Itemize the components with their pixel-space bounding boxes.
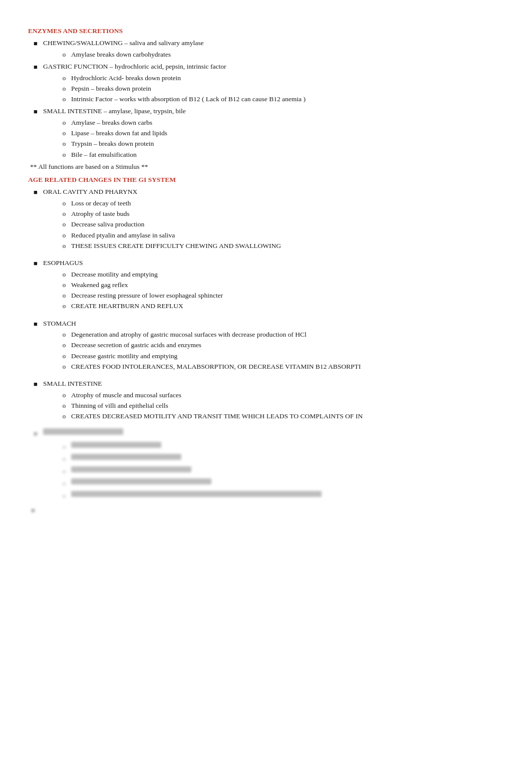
sub-bullet: o bbox=[57, 198, 71, 208]
list-item: o bbox=[57, 442, 504, 452]
oral-cavity-sublist: o Loss or decay of teeth o Atrophy of ta… bbox=[57, 198, 504, 251]
list-item: o Bile – fat emulsification bbox=[57, 150, 504, 160]
list-item: o CREATE HEARTBURN AND REFLUX bbox=[57, 301, 504, 311]
list-item: o Decrease gastric motility and emptying bbox=[57, 351, 504, 361]
sub-bullet: o bbox=[57, 351, 71, 361]
sub-bullet: o bbox=[57, 442, 71, 452]
list-item: o Intrinsic Factor – works with absorpti… bbox=[57, 94, 504, 104]
sie-sub-3: Bile – fat emulsification bbox=[71, 150, 504, 160]
sia-sub-2: CREATES DECREASED MOTILITY AND TRANSIT T… bbox=[71, 411, 504, 421]
stomach-label: STOMACH bbox=[43, 319, 504, 329]
sub-bullet: o bbox=[57, 280, 71, 290]
list-item: o Decrease saliva production bbox=[57, 219, 504, 229]
sie-sub-2: Trypsin – breaks down protein bbox=[71, 139, 504, 149]
list-item: o Reduced ptyalin and amylase in saliva bbox=[57, 230, 504, 240]
list-item: o Loss or decay of teeth bbox=[57, 198, 504, 208]
stomach-sub-0: Degeneration and atrophy of gastric muco… bbox=[71, 330, 504, 340]
sub-bullet: o bbox=[57, 270, 71, 280]
sub-bullet: o bbox=[57, 128, 71, 138]
sub-bullet: o bbox=[57, 84, 71, 94]
list-item: o Thinning of villi and epithelial cells bbox=[57, 401, 504, 411]
enzymes-heading: ENZYMES AND SECRETIONS bbox=[28, 26, 504, 36]
list-item: o Lipase – breaks down fat and lipids bbox=[57, 128, 504, 138]
stomach-sublist: o Degeneration and atrophy of gastric mu… bbox=[57, 330, 504, 372]
chewing-item: ■ CHEWING/SWALLOWING – saliva and saliva… bbox=[28, 38, 504, 60]
list-item: o bbox=[57, 466, 504, 476]
sub-bullet: o bbox=[57, 139, 71, 149]
sub-bullet: o bbox=[57, 466, 71, 476]
oral-sub-1: Atrophy of taste buds bbox=[71, 209, 504, 219]
sia-sub-1: Thinning of villi and epithelial cells bbox=[71, 401, 504, 411]
list-item: o Decrease motility and emptying bbox=[57, 270, 504, 280]
sub-bullet: o bbox=[57, 301, 71, 311]
oral-sub-2: Decrease saliva production bbox=[71, 219, 504, 229]
oral-cavity-item: ■ ORAL CAVITY AND PHARYNX o Loss or deca… bbox=[28, 187, 504, 251]
gastric-sub-2: Intrinsic Factor – works with absorption… bbox=[71, 94, 504, 104]
list-item: o bbox=[57, 491, 504, 501]
esoph-sub-2: Decrease resting pressure of lower esoph… bbox=[71, 291, 504, 301]
esoph-sub-3: CREATE HEARTBURN AND REFLUX bbox=[71, 301, 504, 311]
list-item: o THESE ISSUES CREATE DIFFICULTY CHEWING… bbox=[57, 241, 504, 251]
sie-sub-1: Lipase – breaks down fat and lipids bbox=[71, 128, 504, 138]
sub-bullet: o bbox=[57, 291, 71, 301]
sub-bullet: o bbox=[57, 411, 71, 421]
bullet-gastric: ■ bbox=[28, 62, 43, 72]
small-intestine-enzymes-item: ■ SMALL INTESTINE – amylase, lipase, try… bbox=[28, 106, 504, 160]
sub-bullet: o bbox=[57, 401, 71, 411]
small-intestine-enzymes-label: SMALL INTESTINE – amylase, lipase, tryps… bbox=[43, 106, 504, 116]
list-item: o Hydrochloric Acid- breaks down protein bbox=[57, 73, 504, 83]
bullet-esophagus: ■ bbox=[28, 258, 43, 269]
oral-sub-3: Reduced ptyalin and amylase in saliva bbox=[71, 230, 504, 240]
all-functions-note: ** All functions are based on a Stimulus… bbox=[30, 162, 504, 172]
sub-bullet: o bbox=[57, 454, 71, 464]
sub-bullet: o bbox=[57, 94, 71, 104]
stomach-sub-1: Decrease secretion of gastric acids and … bbox=[71, 340, 504, 350]
bullet-chewing: ■ bbox=[28, 39, 43, 49]
sie-sub-0: Amylase – breaks down carbs bbox=[71, 118, 504, 128]
bullet-small-intestine-enzymes: ■ bbox=[28, 107, 43, 117]
chewing-sub-0: Amylase breaks down carbohydrates bbox=[71, 50, 504, 60]
list-item: o Weakened gag reflex bbox=[57, 280, 504, 290]
sub-bullet: o bbox=[57, 118, 71, 128]
chewing-sublist: o Amylase breaks down carbohydrates bbox=[57, 50, 504, 60]
sub-bullet: o bbox=[57, 362, 71, 372]
blurred-extra-item: ■ bbox=[28, 505, 504, 515]
bullet-oral-cavity: ■ bbox=[28, 187, 43, 197]
list-item: o Degeneration and atrophy of gastric mu… bbox=[57, 330, 504, 340]
gastric-sublist: o Hydrochloric Acid- breaks down protein… bbox=[57, 73, 504, 105]
esoph-sub-1: Weakened gag reflex bbox=[71, 280, 504, 290]
gastric-label: GASTRIC FUNCTION – hydrochloric acid, pe… bbox=[43, 62, 504, 72]
sub-bullet: o bbox=[57, 491, 71, 501]
sub-bullet: o bbox=[57, 340, 71, 350]
esoph-sub-0: Decrease motility and emptying bbox=[71, 270, 504, 280]
blurred-sublist: o o o o o bbox=[57, 442, 504, 501]
sub-bullet: o bbox=[57, 230, 71, 240]
gastric-item: ■ GASTRIC FUNCTION – hydrochloric acid, … bbox=[28, 62, 504, 104]
stomach-sub-2: Decrease gastric motility and emptying bbox=[71, 351, 504, 361]
list-item: o Trypsin – breaks down protein bbox=[57, 139, 504, 149]
age-heading: AGE RELATED CHANGES IN THE GI SYSTEM bbox=[28, 175, 504, 185]
bullet-small-intestine-age: ■ bbox=[28, 379, 43, 389]
oral-cavity-label: ORAL CAVITY AND PHARYNX bbox=[43, 187, 504, 197]
list-item: o Decrease resting pressure of lower eso… bbox=[57, 291, 504, 301]
sub-bullet: o bbox=[57, 390, 71, 400]
gastric-sub-1: Pepsin – breaks down protein bbox=[71, 84, 504, 94]
bullet-stomach: ■ bbox=[28, 319, 43, 329]
list-item: o Decrease secretion of gastric acids an… bbox=[57, 340, 504, 350]
small-intestine-age-item: ■ SMALL INTESTINE o Atrophy of muscle an… bbox=[28, 379, 504, 421]
list-item: o Atrophy of taste buds bbox=[57, 209, 504, 219]
gastric-sub-0: Hydrochloric Acid- breaks down protein bbox=[71, 73, 504, 83]
small-intestine-age-label: SMALL INTESTINE bbox=[43, 379, 504, 389]
sub-bullet: o bbox=[57, 73, 71, 83]
bullet-blurred: ■ bbox=[28, 429, 43, 439]
list-item: o Atrophy of muscle and mucosal surfaces bbox=[57, 390, 504, 400]
list-item: o Pepsin – breaks down protein bbox=[57, 84, 504, 94]
sub-bullet: o bbox=[57, 209, 71, 219]
list-item: o bbox=[57, 454, 504, 464]
small-intestine-age-sublist: o Atrophy of muscle and mucosal surfaces… bbox=[57, 390, 504, 422]
esophagus-item: ■ ESOPHAGUS o Decrease motility and empt… bbox=[28, 258, 504, 312]
sub-bullet: o bbox=[57, 50, 71, 60]
esophagus-label: ESOPHAGUS bbox=[43, 258, 504, 268]
small-intestine-enzymes-sublist: o Amylase – breaks down carbs o Lipase –… bbox=[57, 118, 504, 160]
sia-sub-0: Atrophy of muscle and mucosal surfaces bbox=[71, 390, 504, 400]
